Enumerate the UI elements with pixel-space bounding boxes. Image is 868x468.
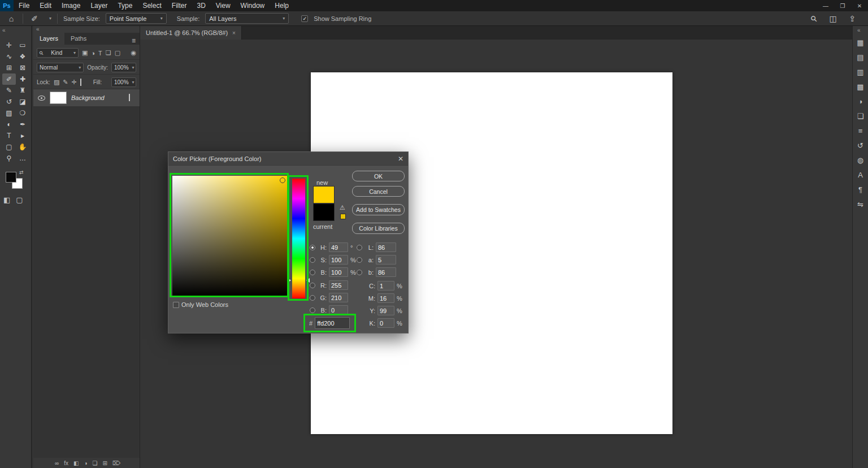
frame-tool[interactable]: ⊠ — [16, 62, 29, 73]
saturation-brightness-field[interactable] — [172, 176, 287, 296]
swatches-panel-icon[interactable]: ▤ — [857, 53, 863, 62]
show-sampling-ring-checkbox[interactable]: ✓ — [301, 15, 308, 22]
layer-row-background[interactable]: Background — [33, 89, 140, 106]
document-tab[interactable]: Untitled-1 @ 66.7% (RGB/8#) × — [140, 26, 242, 40]
a-input[interactable] — [376, 255, 396, 265]
link-layers-icon[interactable]: ∞ — [55, 460, 59, 466]
history-brush-tool[interactable]: ↺ — [2, 96, 16, 107]
lock-position-icon[interactable]: ✛ — [72, 79, 77, 86]
menu-view[interactable]: View — [211, 0, 236, 11]
layer-mask-icon[interactable]: ◧ — [73, 460, 79, 466]
sample-size-dropdown[interactable]: Point Sample ▾ — [106, 13, 167, 24]
dialog-title-bar[interactable]: Color Picker (Foreground Color) ✕ — [168, 152, 408, 166]
filter-kind-dropdown[interactable]: ⚲ Kind ▾ — [37, 48, 79, 58]
more-tools-icon[interactable]: … — [16, 153, 29, 164]
hand-tool[interactable]: ✋ — [16, 141, 29, 153]
tab-layers[interactable]: Layers — [33, 33, 64, 45]
layer-group-icon[interactable]: ❏ — [92, 460, 97, 466]
eyedropper-preset-icon[interactable]: ✐ — [29, 14, 40, 23]
workspace-icon[interactable]: ◫ — [827, 14, 839, 23]
paragraph-panel-icon[interactable]: ¶ — [858, 185, 862, 194]
move-tool[interactable]: ✛ — [2, 40, 16, 51]
rectangular-marquee-tool[interactable]: ▭ — [16, 40, 29, 51]
g-input[interactable] — [329, 293, 348, 302]
eraser-tool[interactable]: ◪ — [16, 96, 29, 107]
libraries-panel-icon[interactable]: ❏ — [857, 112, 864, 120]
menu-filter[interactable]: Filter — [167, 0, 192, 11]
add-to-swatches-button[interactable]: Add to Swatches — [352, 204, 405, 215]
ok-button[interactable]: OK — [352, 171, 405, 181]
layer-style-icon[interactable]: fx — [64, 460, 68, 466]
b-input[interactable] — [329, 267, 348, 277]
g-radio[interactable] — [310, 295, 315, 301]
history-panel-icon[interactable]: ↺ — [857, 141, 863, 150]
color-libraries-button[interactable]: Color Libraries — [352, 223, 405, 234]
filter-type-layers-icon[interactable]: T — [98, 50, 102, 57]
menu-3d[interactable]: 3D — [192, 0, 210, 11]
new-layer-icon[interactable]: ⊞ — [102, 460, 107, 466]
character-panel-icon[interactable]: A — [858, 171, 863, 179]
menu-edit[interactable]: Edit — [34, 0, 57, 11]
a-radio[interactable] — [357, 257, 362, 263]
h-radio[interactable] — [310, 245, 315, 250]
b-radio[interactable] — [310, 270, 315, 275]
tab-paths[interactable]: Paths — [64, 33, 93, 45]
delete-layer-icon[interactable]: ⌦ — [112, 460, 120, 466]
search-icon[interactable]: ⚲ — [806, 11, 821, 25]
panel-menu-icon[interactable]: ≡ — [132, 37, 140, 45]
s-radio[interactable] — [310, 257, 315, 263]
b2-radio[interactable] — [310, 307, 315, 313]
filter-adjustment-layers-icon[interactable]: ◑ — [91, 50, 95, 57]
k-input[interactable] — [377, 318, 394, 328]
color-field-marker[interactable] — [280, 177, 285, 183]
blur-tool[interactable]: ❍ — [16, 107, 29, 119]
gradients-panel-icon[interactable]: ▥ — [857, 68, 863, 76]
y-input[interactable] — [377, 306, 394, 315]
filter-pixel-layers-icon[interactable]: ▣ — [82, 49, 88, 57]
restore-icon[interactable]: ❐ — [834, 0, 851, 11]
menu-type[interactable]: Type — [112, 0, 137, 11]
quick-mask-icon[interactable]: ◧ — [3, 196, 10, 204]
filter-smart-objects-icon[interactable]: ▢ — [115, 49, 120, 57]
patterns-panel-icon[interactable]: ▩ — [857, 83, 863, 91]
dialog-close-icon[interactable]: ✕ — [398, 152, 403, 166]
hex-input[interactable] — [315, 317, 350, 329]
collapse-panel-icon[interactable]: « — [36, 26, 39, 32]
layer-lock-icon[interactable] — [129, 94, 135, 101]
r-input[interactable] — [329, 280, 348, 290]
lasso-tool[interactable]: ∿ — [2, 51, 16, 62]
gamut-warning-icon[interactable]: ⚠ — [340, 204, 345, 211]
blend-mode-dropdown[interactable]: Normal ▾ — [37, 63, 84, 72]
quick-selection-tool[interactable]: ❖ — [16, 51, 29, 62]
sample-dropdown[interactable]: All Layers ▾ — [205, 13, 289, 24]
filter-shape-layers-icon[interactable]: ❏ — [106, 49, 111, 57]
lock-all-icon[interactable] — [80, 79, 86, 86]
brush-tool[interactable]: ✎ — [2, 85, 16, 96]
c-input[interactable] — [377, 281, 394, 291]
collapse-toolbar-icon[interactable]: « — [2, 27, 5, 33]
adjustments-panel-icon[interactable]: ◑ — [858, 97, 863, 106]
color-panel-icon[interactable]: ▦ — [857, 38, 863, 47]
b2-input[interactable] — [329, 305, 348, 315]
b3-radio[interactable] — [357, 270, 362, 275]
m-input[interactable] — [377, 293, 394, 303]
gamut-color-swatch[interactable] — [340, 214, 346, 219]
type-tool[interactable]: T — [2, 130, 16, 141]
gradient-tool[interactable]: ▧ — [2, 107, 16, 119]
path-selection-tool[interactable]: ▸ — [16, 130, 29, 141]
rectangle-tool[interactable]: ▢ — [2, 141, 16, 153]
comments-panel-icon[interactable]: ◍ — [857, 156, 863, 164]
menu-help[interactable]: Help — [270, 0, 294, 11]
adjustment-layer-icon[interactable]: ◑ — [84, 460, 87, 466]
spot-healing-brush-tool[interactable]: ✚ — [16, 73, 29, 85]
zoom-tool[interactable]: ⚲ — [2, 153, 16, 164]
dodge-tool[interactable]: ◐ — [2, 119, 16, 130]
menu-layer[interactable]: Layer — [85, 0, 112, 11]
filter-toggle-icon[interactable]: ◉ — [131, 49, 136, 57]
crop-tool[interactable]: ⊞ — [2, 62, 16, 73]
opacity-field[interactable]: 100% ▾ — [111, 63, 136, 72]
b3-input[interactable] — [376, 267, 396, 277]
l-radio[interactable] — [357, 245, 362, 250]
swap-colors-icon[interactable]: ⇄ — [19, 170, 24, 175]
only-web-colors-checkbox[interactable] — [173, 302, 179, 308]
